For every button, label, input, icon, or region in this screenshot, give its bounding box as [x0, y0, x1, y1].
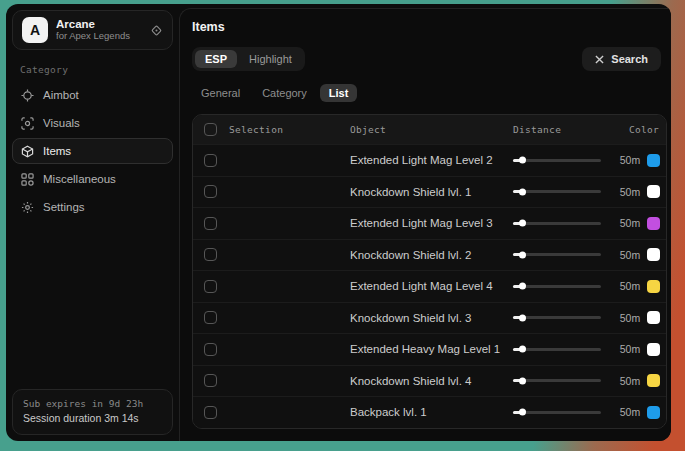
mode-tab-group: ESP Highlight: [192, 47, 305, 71]
object-name: Extended Light Mag Level 3: [350, 217, 513, 229]
tab-highlight[interactable]: Highlight: [239, 50, 302, 68]
object-name: Extended Heavy Mag Level 1: [350, 343, 513, 355]
column-header-selection: Selection: [229, 124, 350, 135]
distance-slider[interactable]: [513, 376, 613, 386]
distance-value: 50m: [613, 249, 647, 261]
color-swatch[interactable]: [647, 280, 660, 293]
row-checkbox[interactable]: [204, 343, 217, 356]
distance-value: 50m: [613, 186, 647, 198]
tab-list[interactable]: List: [320, 84, 358, 102]
app-subtitle: for Apex Legends: [56, 31, 142, 42]
sidebar-item-label: Miscellaneous: [43, 173, 116, 185]
tab-esp[interactable]: ESP: [195, 50, 237, 68]
color-swatch[interactable]: [647, 217, 660, 230]
toolbar: ESP Highlight Search: [192, 47, 669, 71]
distance-value: 50m: [613, 217, 647, 229]
sidebar-item-settings[interactable]: Settings: [12, 194, 173, 220]
crosshair-icon: [21, 89, 34, 102]
page-title: Items: [192, 20, 669, 34]
slider-knob[interactable]: [519, 220, 526, 227]
column-header-distance: Distance: [513, 124, 613, 135]
table-row: Extended Light Mag Level 2 50m: [193, 144, 666, 176]
color-swatch[interactable]: [647, 185, 660, 198]
distance-value: 50m: [613, 343, 647, 355]
sidebar-item-aimbot[interactable]: Aimbot: [12, 82, 173, 108]
distance-value: 50m: [613, 375, 647, 387]
distance-value: 50m: [613, 280, 647, 292]
row-checkbox[interactable]: [204, 374, 217, 387]
grid-icon: [21, 173, 34, 186]
table-row: Extended Light Mag Level 4 50m: [193, 270, 666, 302]
search-button[interactable]: Search: [582, 47, 661, 71]
tab-category[interactable]: Category: [253, 84, 316, 102]
table-row: Extended Light Mag Level 3 50m: [193, 207, 666, 239]
color-swatch[interactable]: [647, 406, 660, 419]
table-row: Knockdown Shield lvl. 4 50m: [193, 365, 666, 397]
row-checkbox[interactable]: [204, 248, 217, 261]
row-checkbox[interactable]: [204, 185, 217, 198]
row-checkbox[interactable]: [204, 406, 217, 419]
sidebar-item-label: Items: [43, 145, 71, 157]
slider-knob[interactable]: [519, 188, 526, 195]
object-name: Extended Light Mag Level 4: [350, 280, 513, 292]
subscription-status-card: Sub expires in 9d 23h Session duration 3…: [12, 389, 173, 435]
column-header-object: Object: [350, 124, 513, 135]
emblem-icon[interactable]: [150, 24, 163, 37]
category-section-label: Category: [20, 64, 173, 75]
sidebar-item-label: Visuals: [43, 117, 80, 129]
distance-slider[interactable]: [513, 407, 613, 417]
table-row: Knockdown Shield lvl. 3 50m: [193, 302, 666, 334]
row-checkbox[interactable]: [204, 311, 217, 324]
items-table: Selection Object Distance Color Extended…: [192, 114, 667, 429]
distance-slider[interactable]: [513, 187, 613, 197]
sidebar-item-miscellaneous[interactable]: Miscellaneous: [12, 166, 173, 192]
distance-slider[interactable]: [513, 281, 613, 291]
object-name: Extended Light Mag Level 2: [350, 154, 513, 166]
slider-knob[interactable]: [519, 157, 526, 164]
box-icon: [21, 145, 34, 158]
distance-slider[interactable]: [513, 313, 613, 323]
distance-value: 50m: [613, 406, 647, 418]
column-header-color: Color: [629, 124, 666, 135]
tab-general[interactable]: General: [192, 84, 249, 102]
session-duration-text: Session duration 3m 14s: [23, 411, 162, 427]
distance-value: 50m: [613, 312, 647, 324]
row-checkbox[interactable]: [204, 154, 217, 167]
select-all-checkbox[interactable]: [204, 123, 217, 136]
app-window: A Arcane for Apex Legends Category Aimbo…: [6, 4, 671, 441]
app-logo: A: [22, 17, 48, 43]
sub-expiry-text: Sub expires in 9d 23h: [23, 397, 162, 411]
distance-slider[interactable]: [513, 250, 613, 260]
distance-slider[interactable]: [513, 344, 613, 354]
color-swatch[interactable]: [647, 154, 660, 167]
row-checkbox[interactable]: [204, 280, 217, 293]
color-swatch[interactable]: [647, 248, 660, 261]
slider-knob[interactable]: [519, 377, 526, 384]
brand-card: A Arcane for Apex Legends: [12, 10, 173, 50]
sidebar-item-items[interactable]: Items: [12, 138, 173, 164]
color-swatch[interactable]: [647, 374, 660, 387]
distance-slider[interactable]: [513, 155, 613, 165]
close-x-icon: [595, 55, 604, 64]
slider-knob[interactable]: [519, 346, 526, 353]
distance-value: 50m: [613, 154, 647, 166]
slider-knob[interactable]: [519, 251, 526, 258]
view-tab-group: General Category List: [192, 84, 669, 102]
row-checkbox[interactable]: [204, 217, 217, 230]
table-header-row: Selection Object Distance Color: [193, 115, 666, 144]
sidebar-item-visuals[interactable]: Visuals: [12, 110, 173, 136]
table-row: Backpack lvl. 1 50m: [193, 396, 666, 428]
color-swatch[interactable]: [647, 343, 660, 356]
sidebar-item-label: Aimbot: [43, 89, 79, 101]
object-name: Backpack lvl. 1: [350, 406, 513, 418]
slider-knob[interactable]: [519, 409, 526, 416]
slider-knob[interactable]: [519, 314, 526, 321]
sidebar-item-label: Settings: [43, 201, 85, 213]
table-row: Knockdown Shield lvl. 1 50m: [193, 176, 666, 208]
table-row: Knockdown Shield lvl. 2 50m: [193, 239, 666, 271]
color-swatch[interactable]: [647, 311, 660, 324]
slider-knob[interactable]: [519, 283, 526, 290]
distance-slider[interactable]: [513, 218, 613, 228]
table-body: Extended Light Mag Level 2 50m Knockdown…: [193, 144, 666, 428]
object-name: Knockdown Shield lvl. 2: [350, 249, 513, 261]
